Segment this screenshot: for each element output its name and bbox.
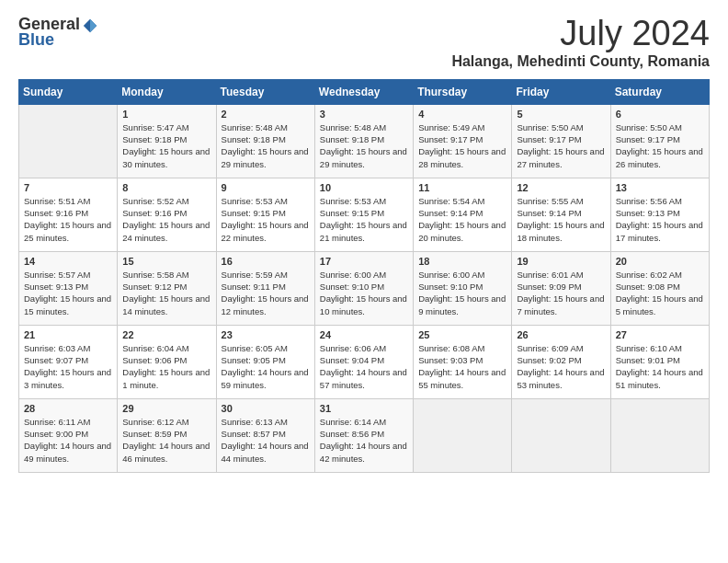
day-number: 5 — [517, 109, 605, 120]
calendar-cell: 6 Sunrise: 5:50 AMSunset: 9:17 PMDayligh… — [610, 104, 709, 178]
calendar-cell: 30 Sunrise: 6:13 AMSunset: 8:57 PMDaylig… — [216, 398, 314, 472]
day-info: Sunrise: 5:48 AMSunset: 9:18 PMDaylight:… — [320, 121, 408, 170]
title-block: July 2024 Halanga, Mehedinti County, Rom… — [451, 15, 710, 70]
month-title: July 2024 — [451, 15, 710, 53]
day-info: Sunrise: 6:11 AMSunset: 9:00 PMDaylight:… — [24, 416, 112, 465]
calendar-cell: 3 Sunrise: 5:48 AMSunset: 9:18 PMDayligh… — [314, 104, 413, 178]
calendar-cell: 5 Sunrise: 5:50 AMSunset: 9:17 PMDayligh… — [512, 104, 610, 178]
calendar-cell — [414, 398, 512, 472]
day-info: Sunrise: 5:56 AMSunset: 9:13 PMDaylight:… — [616, 195, 704, 244]
calendar-cell: 22 Sunrise: 6:04 AMSunset: 9:06 PMDaylig… — [118, 325, 216, 398]
day-number: 3 — [320, 109, 408, 120]
day-info: Sunrise: 6:04 AMSunset: 9:06 PMDaylight:… — [122, 342, 210, 391]
col-header-saturday: Saturday — [610, 79, 709, 104]
calendar-table: SundayMondayTuesdayWednesdayThursdayFrid… — [18, 79, 710, 473]
calendar-week-2: 7 Sunrise: 5:51 AMSunset: 9:16 PMDayligh… — [19, 178, 710, 251]
calendar-cell — [19, 104, 118, 178]
logo-icon — [82, 17, 98, 34]
day-number: 9 — [222, 182, 310, 193]
calendar-cell: 8 Sunrise: 5:52 AMSunset: 9:16 PMDayligh… — [118, 178, 216, 251]
calendar-cell: 20 Sunrise: 6:02 AMSunset: 9:08 PMDaylig… — [610, 251, 709, 325]
col-header-monday: Monday — [118, 79, 216, 104]
calendar-cell: 27 Sunrise: 6:10 AMSunset: 9:01 PMDaylig… — [610, 325, 709, 398]
day-number: 23 — [222, 329, 310, 340]
calendar-cell: 23 Sunrise: 6:05 AMSunset: 9:05 PMDaylig… — [216, 325, 314, 398]
day-number: 4 — [418, 109, 506, 120]
day-number: 19 — [517, 256, 605, 267]
day-info: Sunrise: 5:50 AMSunset: 9:17 PMDaylight:… — [517, 121, 605, 170]
day-info: Sunrise: 6:13 AMSunset: 8:57 PMDaylight:… — [222, 416, 310, 465]
day-number: 15 — [122, 256, 210, 267]
calendar-cell: 2 Sunrise: 5:48 AMSunset: 9:18 PMDayligh… — [216, 104, 314, 178]
logo: General Blue — [18, 15, 98, 50]
location-title: Halanga, Mehedinti County, Romania — [451, 53, 710, 70]
calendar-cell — [610, 398, 709, 472]
calendar-cell: 21 Sunrise: 6:03 AMSunset: 9:07 PMDaylig… — [19, 325, 118, 398]
calendar-week-1: 1 Sunrise: 5:47 AMSunset: 9:18 PMDayligh… — [19, 104, 710, 178]
day-info: Sunrise: 5:50 AMSunset: 9:17 PMDaylight:… — [616, 121, 704, 170]
day-number: 18 — [418, 256, 506, 267]
calendar-week-4: 21 Sunrise: 6:03 AMSunset: 9:07 PMDaylig… — [19, 325, 710, 398]
day-number: 17 — [320, 256, 408, 267]
calendar-cell: 10 Sunrise: 5:53 AMSunset: 9:15 PMDaylig… — [314, 178, 413, 251]
day-info: Sunrise: 6:05 AMSunset: 9:05 PMDaylight:… — [222, 342, 310, 391]
col-header-sunday: Sunday — [19, 79, 118, 104]
day-number: 1 — [122, 109, 210, 120]
day-info: Sunrise: 6:12 AMSunset: 8:59 PMDaylight:… — [122, 416, 210, 465]
day-number: 25 — [418, 329, 506, 340]
calendar-cell: 14 Sunrise: 5:57 AMSunset: 9:13 PMDaylig… — [19, 251, 118, 325]
col-header-wednesday: Wednesday — [314, 79, 413, 104]
calendar-cell: 15 Sunrise: 5:58 AMSunset: 9:12 PMDaylig… — [118, 251, 216, 325]
calendar-cell: 18 Sunrise: 6:00 AMSunset: 9:10 PMDaylig… — [414, 251, 512, 325]
calendar-cell: 17 Sunrise: 6:00 AMSunset: 9:10 PMDaylig… — [314, 251, 413, 325]
day-number: 6 — [616, 109, 704, 120]
calendar-cell — [512, 398, 610, 472]
day-number: 30 — [222, 403, 310, 414]
calendar-cell: 7 Sunrise: 5:51 AMSunset: 9:16 PMDayligh… — [19, 178, 118, 251]
day-number: 26 — [517, 329, 605, 340]
day-number: 12 — [517, 182, 605, 193]
calendar-week-5: 28 Sunrise: 6:11 AMSunset: 9:00 PMDaylig… — [19, 398, 710, 472]
calendar-cell: 24 Sunrise: 6:06 AMSunset: 9:04 PMDaylig… — [314, 325, 413, 398]
day-info: Sunrise: 5:57 AMSunset: 9:13 PMDaylight:… — [24, 269, 112, 317]
calendar-cell: 19 Sunrise: 6:01 AMSunset: 9:09 PMDaylig… — [512, 251, 610, 325]
day-info: Sunrise: 5:53 AMSunset: 9:15 PMDaylight:… — [320, 195, 408, 244]
day-number: 31 — [320, 403, 408, 414]
calendar-cell: 4 Sunrise: 5:49 AMSunset: 9:17 PMDayligh… — [414, 104, 512, 178]
day-number: 29 — [122, 403, 210, 414]
col-header-thursday: Thursday — [414, 79, 512, 104]
day-info: Sunrise: 5:48 AMSunset: 9:18 PMDaylight:… — [222, 121, 310, 170]
day-number: 13 — [616, 182, 704, 193]
day-number: 7 — [24, 182, 112, 193]
day-number: 14 — [24, 256, 112, 267]
day-info: Sunrise: 5:52 AMSunset: 9:16 PMDaylight:… — [122, 195, 210, 244]
day-info: Sunrise: 6:02 AMSunset: 9:08 PMDaylight:… — [616, 269, 704, 317]
calendar-cell: 13 Sunrise: 5:56 AMSunset: 9:13 PMDaylig… — [610, 178, 709, 251]
day-info: Sunrise: 6:03 AMSunset: 9:07 PMDaylight:… — [24, 342, 112, 391]
calendar-cell: 29 Sunrise: 6:12 AMSunset: 8:59 PMDaylig… — [118, 398, 216, 472]
day-number: 22 — [122, 329, 210, 340]
day-number: 16 — [222, 256, 310, 267]
calendar-cell: 9 Sunrise: 5:53 AMSunset: 9:15 PMDayligh… — [216, 178, 314, 251]
calendar-cell: 16 Sunrise: 5:59 AMSunset: 9:11 PMDaylig… — [216, 251, 314, 325]
day-info: Sunrise: 5:49 AMSunset: 9:17 PMDaylight:… — [418, 121, 506, 170]
day-number: 11 — [418, 182, 506, 193]
day-info: Sunrise: 5:53 AMSunset: 9:15 PMDaylight:… — [222, 195, 310, 244]
day-info: Sunrise: 5:54 AMSunset: 9:14 PMDaylight:… — [418, 195, 506, 244]
day-number: 28 — [24, 403, 112, 414]
calendar-cell: 25 Sunrise: 6:08 AMSunset: 9:03 PMDaylig… — [414, 325, 512, 398]
day-number: 8 — [122, 182, 210, 193]
day-info: Sunrise: 6:00 AMSunset: 9:10 PMDaylight:… — [320, 269, 408, 317]
calendar-cell: 31 Sunrise: 6:14 AMSunset: 8:56 PMDaylig… — [314, 398, 413, 472]
col-header-friday: Friday — [512, 79, 610, 104]
col-header-tuesday: Tuesday — [216, 79, 314, 104]
day-info: Sunrise: 6:08 AMSunset: 9:03 PMDaylight:… — [418, 342, 506, 391]
day-number: 10 — [320, 182, 408, 193]
day-info: Sunrise: 6:01 AMSunset: 9:09 PMDaylight:… — [517, 269, 605, 317]
day-info: Sunrise: 6:14 AMSunset: 8:56 PMDaylight:… — [320, 416, 408, 465]
day-info: Sunrise: 6:00 AMSunset: 9:10 PMDaylight:… — [418, 269, 506, 317]
day-info: Sunrise: 5:58 AMSunset: 9:12 PMDaylight:… — [122, 269, 210, 317]
day-info: Sunrise: 5:59 AMSunset: 9:11 PMDaylight:… — [222, 269, 310, 317]
day-number: 20 — [616, 256, 704, 267]
day-number: 24 — [320, 329, 408, 340]
